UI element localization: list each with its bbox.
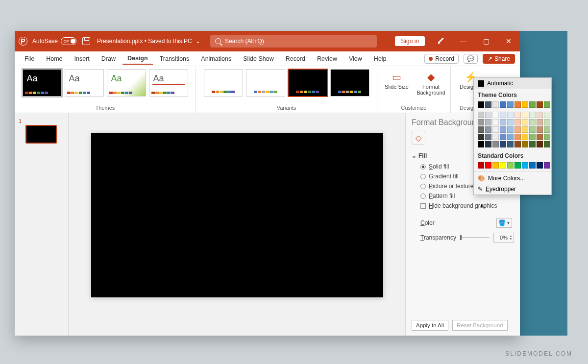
color-swatch[interactable] — [507, 126, 514, 133]
color-swatch[interactable] — [507, 134, 514, 140]
more-colors-item[interactable]: 🎨 More Colors... — [474, 173, 551, 184]
search-input[interactable]: Search (Alt+Q) — [210, 35, 377, 48]
color-swatch[interactable] — [537, 134, 543, 140]
color-swatch[interactable] — [500, 112, 506, 118]
color-swatch[interactable] — [544, 134, 550, 140]
color-swatch[interactable] — [478, 162, 484, 169]
color-swatch[interactable] — [514, 141, 521, 147]
color-swatch[interactable] — [500, 126, 506, 133]
tab-home[interactable]: Home — [41, 53, 67, 64]
slide-thumbnail[interactable] — [25, 125, 57, 144]
minimize-button[interactable]: — — [452, 37, 475, 45]
color-swatch[interactable] — [485, 101, 491, 108]
color-swatch[interactable] — [544, 119, 550, 125]
color-swatch[interactable] — [485, 112, 491, 118]
color-swatch[interactable] — [492, 112, 499, 118]
color-swatch[interactable] — [507, 101, 514, 108]
tab-animations[interactable]: Animations — [196, 53, 236, 64]
color-swatch[interactable] — [537, 101, 543, 108]
color-swatch[interactable] — [522, 119, 528, 125]
color-swatch[interactable] — [507, 119, 514, 125]
color-swatch[interactable] — [492, 141, 499, 147]
color-swatch[interactable] — [485, 126, 491, 133]
slide-canvas[interactable] — [69, 113, 405, 336]
slide-size-button[interactable]: ▭Slide Size — [381, 69, 413, 90]
color-swatch[interactable] — [478, 126, 484, 133]
color-swatch[interactable] — [544, 141, 550, 147]
theme-option[interactable]: Aa — [23, 69, 62, 97]
color-swatch[interactable] — [500, 119, 506, 125]
tab-file[interactable]: File — [20, 53, 39, 64]
toggle-switch[interactable]: Off — [61, 37, 76, 45]
color-swatch[interactable] — [485, 119, 491, 125]
color-swatch[interactable] — [529, 126, 536, 133]
color-swatch[interactable] — [544, 126, 550, 133]
close-button[interactable]: ✕ — [497, 37, 520, 45]
chevron-down-icon[interactable]: ⌄ — [196, 38, 200, 45]
color-swatch[interactable] — [507, 112, 514, 118]
theme-option[interactable]: Aa — [65, 69, 104, 97]
variant-option[interactable] — [246, 69, 285, 97]
color-swatch[interactable] — [485, 134, 491, 140]
color-swatch[interactable] — [522, 141, 528, 147]
color-swatch[interactable] — [500, 162, 506, 169]
color-swatch[interactable] — [529, 119, 536, 125]
color-swatch[interactable] — [522, 101, 528, 108]
slide[interactable] — [91, 133, 383, 297]
record-button[interactable]: Record — [424, 54, 459, 64]
variant-option[interactable] — [330, 69, 369, 97]
tab-draw[interactable]: Draw — [97, 53, 121, 64]
color-swatch[interactable] — [529, 141, 536, 147]
share-button[interactable]: ↗ Share — [483, 54, 515, 64]
color-swatch[interactable] — [514, 126, 521, 133]
color-swatch[interactable] — [544, 112, 550, 118]
theme-option[interactable]: Aa — [107, 69, 146, 97]
color-swatch[interactable] — [522, 162, 528, 169]
tab-view[interactable]: View — [344, 53, 367, 64]
color-swatch[interactable] — [514, 101, 521, 108]
color-swatch[interactable] — [507, 162, 514, 169]
color-swatch[interactable] — [537, 141, 543, 147]
tab-review[interactable]: Review — [312, 53, 342, 64]
color-swatch[interactable] — [500, 141, 506, 147]
tab-transitions[interactable]: Transitions — [155, 53, 195, 64]
color-swatch[interactable] — [537, 126, 543, 133]
color-swatch[interactable] — [478, 119, 484, 125]
color-swatch[interactable] — [478, 101, 484, 108]
document-title[interactable]: Presentation.pptx • Saved to this PC ⌄ — [97, 38, 200, 45]
tab-record[interactable]: Record — [281, 53, 310, 64]
color-swatch[interactable] — [492, 119, 499, 125]
slide-thumbnail-rail[interactable]: 1 — [15, 113, 69, 336]
tab-slide-show[interactable]: Slide Show — [238, 53, 279, 64]
color-swatch[interactable] — [537, 112, 543, 118]
color-swatch[interactable] — [514, 119, 521, 125]
color-swatch[interactable] — [529, 112, 536, 118]
color-swatch[interactable] — [500, 134, 506, 140]
color-swatch[interactable] — [522, 134, 528, 140]
color-swatch[interactable] — [507, 141, 514, 147]
variant-option[interactable] — [204, 69, 243, 97]
comments-button[interactable]: 💬 — [464, 54, 478, 64]
color-swatch[interactable] — [492, 126, 499, 133]
transparency-slider[interactable] — [460, 237, 490, 238]
save-icon[interactable] — [82, 37, 90, 45]
color-swatch[interactable] — [478, 134, 484, 140]
tab-help[interactable]: Help — [369, 53, 392, 64]
tab-insert[interactable]: Insert — [70, 53, 95, 64]
theme-option[interactable]: Aa — [149, 69, 188, 97]
signin-button[interactable]: Sign in — [395, 36, 425, 46]
color-swatch[interactable] — [514, 112, 521, 118]
color-swatch[interactable] — [500, 101, 506, 108]
eyedropper-item[interactable]: ✎ Eyedropper — [474, 184, 551, 194]
transparency-spinner[interactable]: 0%▲▼ — [493, 233, 514, 243]
color-swatch[interactable] — [478, 141, 484, 147]
color-swatch[interactable] — [492, 134, 499, 140]
color-swatch[interactable] — [522, 112, 528, 118]
color-picker-button[interactable]: 🪣▼ — [496, 218, 512, 228]
color-swatch[interactable] — [537, 119, 543, 125]
color-swatch[interactable] — [514, 134, 521, 140]
color-swatch[interactable] — [544, 162, 550, 169]
color-swatch[interactable] — [522, 126, 528, 133]
color-swatch[interactable] — [529, 162, 536, 169]
color-swatch[interactable] — [529, 134, 536, 140]
